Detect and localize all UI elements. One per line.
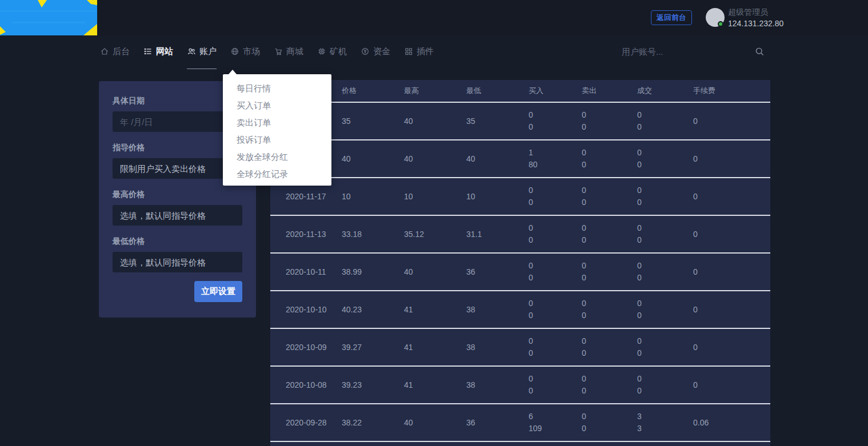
cpu-icon [317,47,326,56]
avatar[interactable] [706,8,725,27]
globe-icon [230,47,239,56]
cell-deal: 00 [637,298,693,322]
cell-low: 38 [466,341,529,353]
cell-date: 2020-10-11 [286,266,342,278]
cell-date: 2020-10-10 [286,304,342,316]
menu-item-卖出订单[interactable]: 卖出订单 [223,114,331,131]
cell-deal-line2: 0 [637,347,693,359]
cell-price: 40 [342,153,404,165]
cell-sell-line1: 0 [582,260,637,272]
cell-price: 40.23 [342,304,404,316]
users-icon [187,47,196,56]
nav-item-网站[interactable]: 网站 [143,35,173,67]
cell-fee: 0 [693,341,770,353]
nav-item-市场[interactable]: 市场 [230,35,260,67]
nav-item-后台[interactable]: 后台 [100,35,130,67]
menu-item-全球分红记录[interactable]: 全球分红记录 [223,166,331,183]
cell-high: 10 [404,191,466,203]
cell-sell: 00 [582,260,637,284]
cell-fee: 0 [693,228,770,240]
cell-deal-line2: 0 [637,310,693,322]
cell-sell: 00 [582,184,637,208]
nav-item-矿机[interactable]: 矿机 [317,35,347,67]
set-now-button[interactable]: 立即设置 [194,281,242,302]
cell-deal-line1: 0 [637,298,693,310]
cell-deal: 33 [637,411,693,435]
money-icon [361,47,370,56]
search-icon[interactable] [755,47,765,57]
cell-buy-line2: 0 [529,121,582,133]
cell-sell-line1: 0 [582,147,637,159]
cell-sell-line2: 0 [582,347,637,359]
max-price-input[interactable] [113,205,242,226]
nav-item-label: 市场 [243,46,260,57]
cell-sell: 00 [582,298,637,322]
cell-price: 38.22 [342,417,404,429]
cell-deal: 00 [637,147,693,171]
cell-fee: 0 [693,266,770,278]
cell-high: 35.12 [404,228,466,240]
nav-item-账户[interactable]: 账户 [187,35,217,67]
menu-item-发放全球分红[interactable]: 发放全球分红 [223,148,331,166]
nav-item-label: 网站 [156,46,173,57]
column-header-fee: 手续费 [693,86,770,96]
cell-sell-line2: 0 [582,385,637,397]
cell-buy-line1: 0 [529,222,582,234]
cell-deal: 00 [637,373,693,397]
market-dropdown-menu: 每日行情买入订单卖出订单投诉订单发放全球分红全球分红记录 [223,74,331,186]
menu-item-买入订单[interactable]: 买入订单 [223,97,331,114]
cell-buy-line2: 0 [529,272,582,284]
back-to-front-button[interactable]: 返回前台 [651,10,692,25]
cell-buy-line1: 0 [529,109,582,121]
cell-fee: 0 [693,115,770,127]
cell-deal: 00 [637,335,693,359]
nav-item-label: 矿机 [330,46,347,57]
cell-sell-line2: 0 [582,234,637,246]
cell-high: 41 [404,304,466,316]
cell-buy: 6109 [529,411,582,435]
cell-deal-line2: 0 [637,196,693,208]
main-nav: 后台网站账户市场商城矿机资金插件 [0,35,868,67]
nav-item-插件[interactable]: 插件 [404,35,434,67]
column-header-high: 最高 [404,86,466,96]
table-row: 2020-11-1333.1835.1231.10000000 [270,216,770,254]
cell-deal-line1: 3 [637,411,693,423]
cell-fee: 0 [693,379,770,391]
cell-deal-line2: 0 [637,272,693,284]
daily-market-table: 价格最高最低买入卖出成交手续费 354035000000040404018000… [270,80,770,446]
search-input[interactable] [622,47,749,57]
table-row: 2020-10-1040.2341380000000 [270,291,770,329]
cell-buy: 00 [529,298,582,322]
cell-high: 41 [404,379,466,391]
cell-deal-line1: 0 [637,222,693,234]
cell-sell-line1: 0 [582,109,637,121]
user-ip: 124.131.232.80 [728,19,783,28]
cell-deal-line2: 0 [637,385,693,397]
cell-deal-line1: 0 [637,373,693,385]
plugin-icon [404,47,413,56]
cell-low: 38 [466,304,529,316]
min-price-input[interactable] [113,252,242,272]
cell-buy-line2: 0 [529,347,582,359]
table-row: 2020-10-0839.2341380000000 [270,367,770,404]
cell-price: 39.27 [342,341,404,353]
table-partial-row [270,442,770,446]
cell-buy-line1: 6 [529,411,582,423]
menu-item-每日行情[interactable]: 每日行情 [223,80,331,97]
cell-deal: 00 [637,184,693,208]
column-header-buy: 买入 [529,86,582,96]
logo[interactable] [0,0,97,35]
column-header-low: 最低 [466,86,529,96]
cell-buy: 00 [529,260,582,284]
nav-item-资金[interactable]: 资金 [361,35,390,67]
cell-low: 40 [466,153,529,165]
nav-item-商城[interactable]: 商城 [274,35,303,67]
logo-image [0,0,97,35]
menu-item-投诉订单[interactable]: 投诉订单 [223,131,331,148]
table-row: 2020-11-171010100000000 [270,178,770,216]
cell-sell: 00 [582,411,637,435]
cell-sell: 00 [582,109,637,133]
table-row: 2020-10-1138.9940360000000 [270,254,770,291]
cell-deal-line2: 0 [637,234,693,246]
cell-buy: 00 [529,335,582,359]
